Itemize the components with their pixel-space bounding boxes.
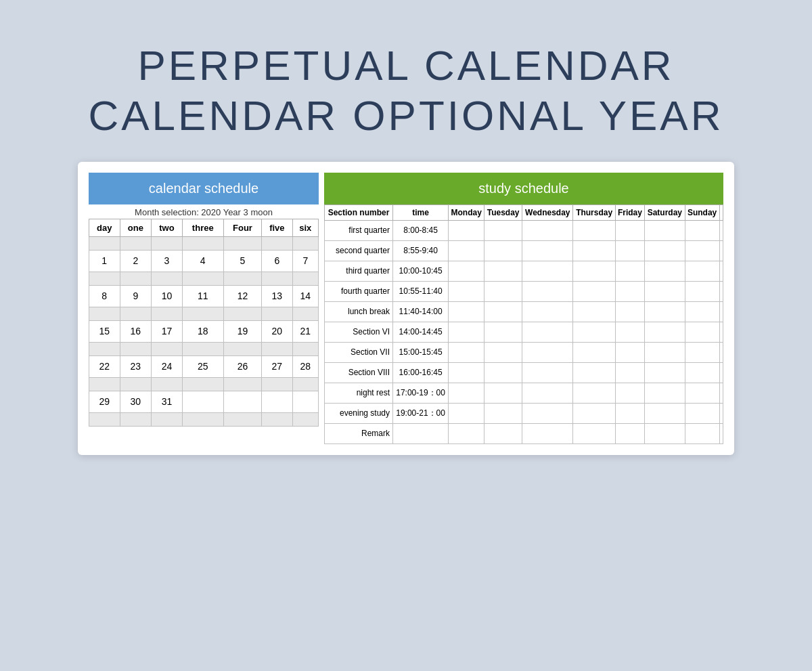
calendar-cell: 3 bbox=[152, 250, 182, 272]
calendar-row bbox=[89, 307, 319, 320]
calendar-cell: 28 bbox=[292, 355, 318, 377]
study-section: study schedule Section numbertimeMondayT… bbox=[324, 173, 723, 444]
study-day-cell bbox=[719, 301, 723, 322]
calendar-cell bbox=[182, 412, 223, 426]
main-card: calendar schedule Month selection: 2020 … bbox=[78, 162, 734, 455]
study-day-cell bbox=[522, 403, 573, 423]
study-day-cell bbox=[719, 240, 723, 261]
study-section-name: second quarter bbox=[325, 240, 393, 261]
study-col-header: Thursday bbox=[573, 204, 615, 220]
study-day-cell bbox=[573, 220, 615, 240]
study-day-cell bbox=[645, 240, 685, 261]
calendar-cell: 10 bbox=[152, 285, 182, 307]
study-col-header bbox=[719, 204, 723, 220]
study-day-cell bbox=[522, 220, 573, 240]
study-day-cell bbox=[615, 403, 644, 423]
study-day-cell bbox=[719, 383, 723, 403]
calendar-cell: 25 bbox=[182, 355, 223, 377]
study-day-cell bbox=[685, 281, 719, 301]
calendar-cell bbox=[182, 342, 223, 355]
calendar-cell bbox=[89, 412, 120, 426]
study-day-cell bbox=[484, 362, 522, 383]
study-row: Section VI14:00-14:45 bbox=[325, 322, 723, 342]
cal-col-header: six bbox=[292, 219, 318, 236]
study-day-cell bbox=[449, 342, 484, 362]
calendar-row bbox=[89, 412, 319, 426]
calendar-cell: 24 bbox=[152, 355, 182, 377]
cal-col-header: five bbox=[262, 219, 293, 236]
calendar-cell: 18 bbox=[182, 320, 223, 342]
study-day-cell bbox=[484, 240, 522, 261]
calendar-cell: 1 bbox=[89, 250, 120, 272]
study-day-cell bbox=[615, 423, 644, 443]
calendar-cell bbox=[120, 236, 152, 250]
study-day-cell bbox=[573, 281, 615, 301]
study-col-headers: Section numbertimeMondayTuesdayWednesday… bbox=[325, 204, 723, 220]
study-section-name: first quarter bbox=[325, 220, 393, 240]
calendar-cell bbox=[182, 307, 223, 320]
study-section-name: fourth quarter bbox=[325, 281, 393, 301]
study-day-cell bbox=[573, 383, 615, 403]
calendar-cell: 21 bbox=[292, 320, 318, 342]
study-day-cell bbox=[573, 342, 615, 362]
study-day-cell bbox=[645, 322, 685, 342]
study-section-name: evening study bbox=[325, 403, 393, 423]
study-col-header: Wednesday bbox=[522, 204, 573, 220]
study-day-cell bbox=[484, 220, 522, 240]
study-day-cell bbox=[522, 261, 573, 281]
calendar-cell bbox=[262, 236, 293, 250]
cal-col-header: Four bbox=[223, 219, 261, 236]
calendar-cell bbox=[223, 236, 261, 250]
study-day-cell bbox=[719, 281, 723, 301]
study-day-cell bbox=[484, 383, 522, 403]
calendar-cell bbox=[89, 377, 120, 391]
study-day-cell bbox=[685, 362, 719, 383]
study-time: 16:00-16:45 bbox=[393, 362, 449, 383]
calendar-cell bbox=[223, 377, 261, 391]
study-day-cell bbox=[685, 261, 719, 281]
study-day-cell bbox=[645, 423, 685, 443]
calendar-cell: 16 bbox=[120, 320, 152, 342]
calendar-cell bbox=[152, 377, 182, 391]
calendar-cell bbox=[120, 342, 152, 355]
calendar-cell: 31 bbox=[152, 391, 182, 412]
study-day-cell bbox=[615, 261, 644, 281]
calendar-cell bbox=[292, 391, 318, 412]
calendar-cell bbox=[262, 272, 293, 285]
calendar-cell: 15 bbox=[89, 320, 120, 342]
study-day-cell bbox=[645, 403, 685, 423]
study-day-cell bbox=[685, 423, 719, 443]
calendar-cell bbox=[182, 391, 223, 412]
calendar-cell bbox=[292, 377, 318, 391]
study-time: 8:55-9:40 bbox=[393, 240, 449, 261]
calendar-cell bbox=[262, 342, 293, 355]
calendar-cell bbox=[89, 236, 120, 250]
study-day-cell bbox=[484, 301, 522, 322]
calendar-cell bbox=[152, 342, 182, 355]
calendar-cell bbox=[223, 272, 261, 285]
study-time: 8:00-8:45 bbox=[393, 220, 449, 240]
calendar-cell bbox=[292, 307, 318, 320]
study-day-cell bbox=[685, 383, 719, 403]
calendar-cell: 27 bbox=[262, 355, 293, 377]
study-day-cell bbox=[645, 301, 685, 322]
study-day-cell bbox=[522, 301, 573, 322]
title-line2: CALENDAR OPTIONAL YEAR bbox=[88, 91, 723, 141]
study-day-cell bbox=[522, 322, 573, 342]
calendar-section: calendar schedule Month selection: 2020 … bbox=[89, 173, 319, 444]
study-section-name: third quarter bbox=[325, 261, 393, 281]
calendar-cell bbox=[182, 272, 223, 285]
study-day-cell bbox=[522, 342, 573, 362]
calendar-cell: 4 bbox=[182, 250, 223, 272]
calendar-cell bbox=[223, 342, 261, 355]
study-col-header: Friday bbox=[615, 204, 644, 220]
calendar-row bbox=[89, 342, 319, 355]
study-day-cell bbox=[615, 322, 644, 342]
study-col-header: Tuesday bbox=[484, 204, 522, 220]
calendar-cell bbox=[292, 272, 318, 285]
study-day-cell bbox=[685, 301, 719, 322]
calendar-cell bbox=[262, 377, 293, 391]
study-col-header: Section number bbox=[325, 204, 393, 220]
study-section-name: Section VI bbox=[325, 322, 393, 342]
calendar-col-headers: dayonetwothreeFourfivesix bbox=[89, 219, 319, 236]
